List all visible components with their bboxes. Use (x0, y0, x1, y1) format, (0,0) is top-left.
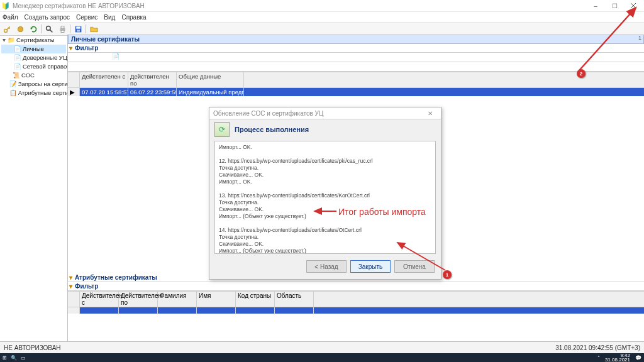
tree-crl[interactable]: СОС (21, 71, 35, 80)
statusbar: НЕ АВТОРИЗОВАН 31.08.2021 09:42:55 (GMT+… (0, 341, 644, 353)
tree-requests[interactable]: Запросы на сертификат (18, 80, 68, 89)
svg-rect-11 (77, 30, 80, 31)
status-datetime: 31.08.2021 09:42:55 (GMT+3) (555, 344, 640, 351)
table-row[interactable] (68, 307, 644, 314)
section-personal-certs: Личные сертификаты (68, 35, 644, 44)
dialog-log[interactable]: Импорт... OK. 12. https://nces.by/wp-con… (214, 141, 436, 254)
dialog-cancel-button: Отмена (394, 260, 435, 273)
tree-crl-icon: 📜 (13, 71, 20, 80)
dialog-close-button[interactable]: ✕ (423, 110, 437, 117)
dialog-titlebar[interactable]: Обновление СОС и сертификатов УЦ ✕ (209, 107, 441, 119)
attr-col-country[interactable]: Код страны (236, 292, 275, 307)
dialog-heading: Процесс выполнения (235, 126, 309, 133)
attr-col-to[interactable]: Действителен по (119, 292, 158, 307)
attr-col-from[interactable]: Действителен с (80, 292, 119, 307)
toolbar-key-icon[interactable] (1, 23, 13, 35)
svg-rect-8 (61, 30, 64, 32)
app-icon: 🔰 (1, 1, 10, 10)
attr-section-header: Атрибутные сертификаты (75, 274, 157, 281)
cell-from: 07.07.20 15:58:57 (80, 88, 128, 96)
certificates-grid[interactable]: Действителен с Действителен по Общие дан… (68, 72, 644, 96)
tray-chevron-icon[interactable]: ˄ (597, 355, 600, 361)
tree-personal[interactable]: Личные (23, 45, 44, 53)
col-general[interactable]: Общие данные (177, 72, 244, 87)
callout-1: 1 (443, 270, 452, 279)
status-auth: НЕ АВТОРИЗОВАН (4, 344, 61, 351)
tree-folder-icon: 📁 (8, 36, 15, 45)
tree-attr-icon: 📋 (9, 89, 17, 97)
filter-label[interactable]: Фильтр (75, 45, 98, 52)
window-minimize-button[interactable]: – (586, 0, 605, 11)
toolbar-refresh-icon[interactable] (27, 23, 40, 35)
nav-tree[interactable]: ▾📁Сертификаты 📄Личные 📄Доверенные УЦ 📄Се… (0, 35, 68, 342)
toolbar-save-icon[interactable] (72, 23, 84, 35)
svg-rect-7 (61, 26, 64, 28)
svg-point-4 (46, 26, 50, 30)
toolbar-folder-icon[interactable] (87, 23, 100, 35)
menu-file[interactable]: Файл (3, 14, 18, 21)
cell-general: Индивидуальный предприниматель (177, 88, 244, 96)
col-valid-from[interactable]: Действителен с (80, 72, 128, 87)
tree-network-directory[interactable]: Сетевой справочник (23, 62, 68, 71)
window-close-button[interactable] (624, 0, 643, 11)
taskbar-date: 31.08.2021 (605, 357, 630, 362)
filter-chevron-icon[interactable]: ▾ (69, 45, 72, 52)
filter-cert-icon: 📄 (112, 53, 119, 60)
taskbar-search-icon[interactable]: 🔍 (11, 355, 17, 361)
toolbar-print-icon[interactable] (56, 23, 69, 35)
attr-col-surname[interactable]: Фамилия (158, 292, 197, 307)
os-taskbar[interactable]: ⊞ 🔍 ▭ ˄ 9:4231.08.2021 💬 (0, 353, 644, 362)
svg-rect-10 (76, 26, 80, 28)
attr-filter-label[interactable]: Фильтр (75, 283, 98, 290)
window-title: Менеджер сертификатов НЕ АВТОРИЗОВАН (13, 3, 586, 9)
attr-col-region[interactable]: Область (275, 292, 314, 307)
filter-bar[interactable]: 📄 (68, 53, 644, 62)
svg-point-3 (18, 26, 23, 31)
update-crl-dialog: Обновление СОС и сертификатов УЦ ✕ ⟳ Про… (209, 107, 441, 280)
tree-request-icon: 📝 (9, 80, 17, 89)
window-titlebar: 🔰 Менеджер сертификатов НЕ АВТОРИЗОВАН –… (0, 0, 644, 12)
dialog-back-button: < Назад (306, 260, 347, 273)
chevron-icon[interactable]: ▾ (69, 283, 72, 290)
annotation-label: Итог работы импорта (338, 207, 426, 217)
start-button[interactable]: ⊞ (3, 355, 7, 361)
menu-create-request[interactable]: Создать запрос (25, 14, 70, 21)
svg-line-5 (50, 30, 52, 32)
tree-attribute-certs[interactable]: Атрибутные сертификаты (18, 89, 68, 97)
window-maximize-button[interactable]: ☐ (605, 0, 624, 11)
menu-help[interactable]: Справка (121, 14, 146, 21)
attr-col-name[interactable]: Имя (197, 292, 236, 307)
callout-2: 2 (577, 69, 586, 78)
dialog-close-action-button[interactable]: Закрыть (350, 260, 391, 273)
menubar: Файл Создать запрос Сервис Вид Справка (0, 12, 644, 23)
page-count: 1 (638, 35, 641, 41)
menu-view[interactable]: Вид (104, 14, 115, 21)
chevron-icon[interactable]: ▾ (69, 274, 72, 281)
tree-trusted-ca[interactable]: Доверенные УЦ (23, 53, 67, 62)
notifications-icon[interactable]: 💬 (635, 355, 641, 361)
tree-certificates[interactable]: Сертификаты (16, 36, 55, 45)
dialog-title: Обновление СОС и сертификатов УЦ (213, 110, 323, 117)
col-valid-to[interactable]: Действителен по (128, 72, 177, 87)
tree-cert-icon: 📄 (14, 53, 21, 62)
tree-cert-icon: 📄 (14, 62, 21, 71)
attribute-certs-grid[interactable]: Действителен с Действителен по Фамилия И… (68, 291, 644, 342)
dialog-process-icon: ⟳ (214, 122, 230, 137)
toolbar (0, 23, 644, 36)
table-row[interactable]: ▶ 07.07.20 15:58:57 06.07.22 23:59:59 Ин… (68, 88, 644, 96)
toolbar-find-icon[interactable] (43, 23, 55, 35)
menu-service[interactable]: Сервис (76, 14, 97, 21)
cell-to: 06.07.22 23:59:59 (128, 88, 177, 96)
tree-cert-icon: 📄 (14, 45, 21, 53)
toolbar-seal-icon[interactable] (14, 23, 26, 35)
taskbar-taskview-icon[interactable]: ▭ (21, 355, 26, 361)
